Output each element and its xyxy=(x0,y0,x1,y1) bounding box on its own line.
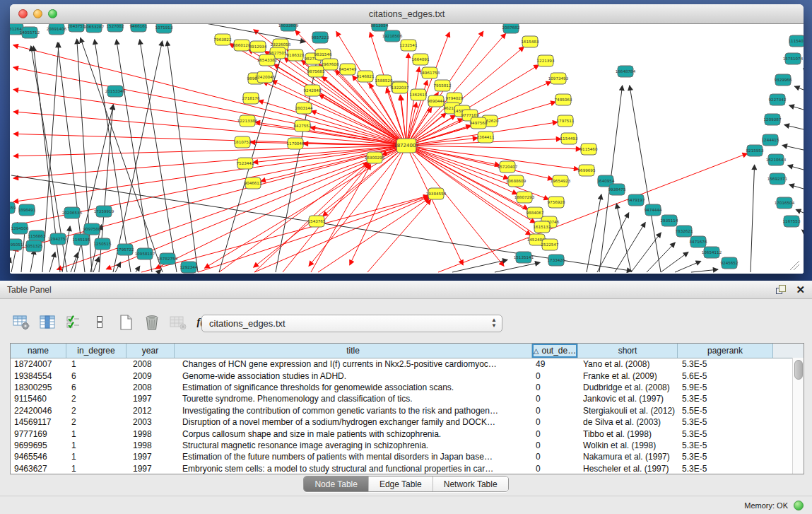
float-panel-icon[interactable] xyxy=(776,285,786,294)
network-node[interactable]: 1145195 xyxy=(73,234,90,245)
network-node[interactable]: 18724007 xyxy=(394,139,419,153)
network-edge[interactable] xyxy=(158,269,161,272)
network-edge[interactable] xyxy=(318,198,430,272)
network-node[interactable]: 14055712 xyxy=(20,27,40,38)
network-edge[interactable] xyxy=(647,243,675,272)
network-node[interactable]: 9245652 xyxy=(721,257,739,269)
network-node[interactable]: 2620659 xyxy=(10,202,16,214)
table-row[interactable]: 1938455462009Genome-wide association stu… xyxy=(11,370,804,381)
network-node[interactable]: 10958107 xyxy=(135,248,155,259)
network-node[interactable]: 9329966 xyxy=(775,74,792,86)
network-edge[interactable] xyxy=(788,165,804,170)
network-edge[interactable] xyxy=(675,261,701,272)
network-node[interactable]: 19218506 xyxy=(382,30,403,42)
network-node[interactable]: 20153346 xyxy=(105,86,126,97)
network-node[interactable]: 1615132 xyxy=(534,221,551,233)
network-node[interactable]: 12213386 xyxy=(237,115,258,127)
network-node[interactable]: 10654112 xyxy=(702,247,722,258)
column-header-pagerank[interactable]: pagerank xyxy=(678,344,773,358)
network-edge[interactable] xyxy=(751,165,755,272)
zoom-window-icon[interactable] xyxy=(48,9,57,18)
column-header-title[interactable]: title xyxy=(175,344,532,358)
network-edge[interactable] xyxy=(367,199,431,272)
network-node[interactable]: 9242848 xyxy=(304,85,322,96)
delete-trash-icon[interactable] xyxy=(142,313,162,332)
network-edge[interactable] xyxy=(794,86,804,90)
network-edge[interactable] xyxy=(784,125,804,129)
column-header-year[interactable]: year xyxy=(126,344,175,358)
network-node[interactable]: 9884067 xyxy=(526,207,544,218)
network-node[interactable]: 9227342 xyxy=(769,94,787,105)
network-edge[interactable] xyxy=(406,146,509,179)
network-node[interactable]: 8860128 xyxy=(233,40,251,51)
column-header-in-degree[interactable]: in_degree xyxy=(66,344,126,358)
table-panel-titlebar[interactable]: Table Panel ✕ xyxy=(0,281,812,299)
table-row[interactable]: 1830029562008Estimation of significance … xyxy=(11,382,804,393)
network-node[interactable]: 1250515 xyxy=(94,238,112,250)
network-node[interactable]: 1209387 xyxy=(764,114,782,125)
network-node[interactable]: 2364411 xyxy=(477,132,495,143)
table-row[interactable]: 1456911722003Disruption of a novel membe… xyxy=(11,416,804,428)
network-node[interactable]: 14961758 xyxy=(420,67,440,78)
network-node[interactable]: 18300295 xyxy=(365,152,385,163)
table-row[interactable]: 969969511998Structural magnetic resonanc… xyxy=(11,440,804,451)
network-edge[interactable] xyxy=(802,230,804,231)
network-node[interactable]: 1664091 xyxy=(412,54,430,65)
network-edge[interactable] xyxy=(597,213,629,272)
network-node[interactable]: 16543382 xyxy=(257,54,277,66)
network-node[interactable]: 19384554 xyxy=(426,188,447,199)
network-edge[interactable] xyxy=(115,262,121,272)
network-edge[interactable] xyxy=(630,86,661,272)
network-edge[interactable] xyxy=(406,146,531,235)
network-node[interactable]: 9857223 xyxy=(312,32,329,43)
network-edge[interactable] xyxy=(283,164,370,272)
network-edge[interactable] xyxy=(691,269,718,272)
network-node[interactable]: 1071913 xyxy=(155,24,173,33)
network-node[interactable]: 9115460 xyxy=(580,144,598,155)
network-node[interactable]: 16210643 xyxy=(766,154,787,165)
network-edge[interactable] xyxy=(113,41,163,272)
network-edge[interactable] xyxy=(406,67,419,146)
network-node[interactable]: 9046613 xyxy=(245,177,262,189)
scrollbar-thumb[interactable] xyxy=(794,360,803,380)
network-node[interactable]: 10653287 xyxy=(84,24,105,33)
network-edge[interactable] xyxy=(30,250,35,272)
network-node[interactable]: 1810752 xyxy=(234,136,252,148)
table-row[interactable]: 2242004622012Investigating the contribut… xyxy=(11,405,804,416)
table-settings-icon[interactable] xyxy=(11,313,31,332)
network-node[interactable]: 1797511 xyxy=(557,115,575,127)
network-edge[interactable] xyxy=(95,40,131,272)
network-edge[interactable] xyxy=(136,266,140,272)
network-node[interactable]: 2935114 xyxy=(661,215,678,226)
network-node[interactable]: 15135141 xyxy=(514,252,534,263)
network-node[interactable]: 8471676 xyxy=(690,236,707,247)
network-node[interactable]: 8995051 xyxy=(10,239,23,250)
network-edge[interactable] xyxy=(406,146,581,149)
network-node[interactable]: 1170046 xyxy=(287,138,305,149)
table-row[interactable]: 946362711997Embryonic stem cells: a mode… xyxy=(11,463,804,474)
network-edge[interactable] xyxy=(254,197,429,272)
network-edge[interactable] xyxy=(616,204,631,272)
network-node[interactable]: 16782759 xyxy=(158,253,178,264)
tab-edge-table[interactable]: Edge Table xyxy=(368,477,433,491)
network-edge[interactable] xyxy=(452,259,507,272)
network-node[interactable]: 15720407 xyxy=(498,161,518,173)
network-node[interactable]: 1292344 xyxy=(180,262,198,273)
tab-node-table[interactable]: Node Table xyxy=(304,477,368,491)
network-node[interactable]: 1362615 xyxy=(410,89,428,100)
table-row[interactable]: 1872400712008Changes of HCN gene express… xyxy=(11,358,804,370)
network-node[interactable]: 2718176 xyxy=(242,93,260,104)
network-node[interactable]: 1221393 xyxy=(537,55,555,66)
network-edge[interactable] xyxy=(155,146,406,269)
network-edge[interactable] xyxy=(13,146,406,250)
network-edge[interactable] xyxy=(49,252,55,272)
network-node[interactable]: 1394506 xyxy=(11,223,29,234)
network-node[interactable]: 7955812 xyxy=(434,80,452,91)
table-row[interactable]: 911546021997Tourette syndrome. Phenomeno… xyxy=(11,393,804,404)
network-edge[interactable] xyxy=(406,53,408,146)
network-edge[interactable] xyxy=(319,95,406,146)
network-node[interactable]: 15692371 xyxy=(767,173,788,185)
window-titlebar[interactable]: citations_edges.txt xyxy=(10,4,804,24)
network-node[interactable]: 10688609 xyxy=(506,175,526,187)
network-node[interactable]: 9756928 xyxy=(548,197,565,208)
